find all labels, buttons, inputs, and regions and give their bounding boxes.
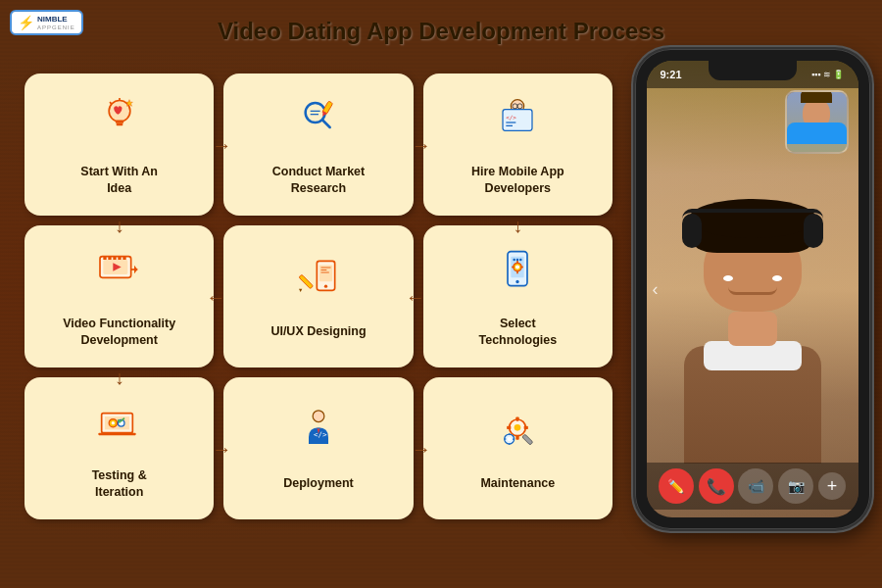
phone-time: 9:21	[661, 69, 682, 80]
svg-point-43	[515, 266, 519, 270]
card-label-ui-ux: UI/UX Designing	[270, 323, 366, 339]
phone-mockup: 9:21 ▪▪▪ ≋ 🔋 ‹ ✏️ 📞	[627, 49, 877, 559]
svg-point-58	[313, 411, 324, 422]
card-icon-video-functionality	[95, 245, 144, 308]
svg-line-4	[110, 102, 112, 104]
phone-emoji-btn[interactable]: ✏️	[659, 468, 694, 504]
arrow-down-4: ↓	[115, 367, 124, 389]
card-icon-deployment: </>	[294, 405, 343, 467]
card-icon-select-technologies	[493, 245, 542, 308]
card-label-video-functionality: Video FunctionalityDevelopment	[63, 316, 175, 348]
svg-rect-24	[103, 257, 106, 260]
phone-more-btn[interactable]: +	[818, 472, 846, 500]
svg-point-55	[111, 421, 114, 424]
card-icon-market-research	[294, 93, 343, 156]
svg-point-41	[516, 280, 519, 283]
phone-back-button[interactable]: ‹	[653, 279, 659, 300]
arrow-left-5: ←	[206, 285, 225, 308]
card-label-select-technologies: SelectTechnologies	[479, 316, 558, 348]
phone-controls: ✏️ 📞 📹 📷 +	[647, 463, 858, 510]
card-market-research: Conduct MarketResearch →	[223, 74, 413, 216]
svg-line-8	[322, 121, 330, 128]
svg-rect-27	[118, 257, 121, 260]
card-label-start-idea: Start With AnIdea	[80, 164, 158, 196]
svg-marker-35	[299, 289, 302, 292]
svg-point-50	[519, 259, 522, 262]
phone-camera-btn[interactable]: 📷	[778, 468, 813, 504]
card-icon-maintenance	[493, 405, 542, 467]
page-title: Video Dating App Development Process	[0, 18, 882, 45]
phone-video-btn[interactable]: 📹	[738, 468, 773, 504]
phone-outer: 9:21 ▪▪▪ ≋ 🔋 ‹ ✏️ 📞	[635, 49, 870, 529]
card-label-testing: Testing &Iteration	[92, 467, 147, 500]
svg-rect-26	[113, 257, 116, 260]
card-icon-ui-ux	[294, 253, 343, 316]
svg-point-69	[508, 437, 512, 441]
card-start-idea: Start With AnIdea → ↓	[24, 74, 214, 216]
card-label-hire-developers: Hire Mobile AppDevelopers	[471, 164, 564, 196]
svg-rect-67	[522, 434, 533, 445]
card-hire-developers: </> Hire Mobile AppDevelopers ↓	[423, 74, 612, 216]
svg-point-62	[514, 424, 521, 431]
card-label-maintenance: Maintenance	[480, 475, 555, 491]
arrow-down-1: ↓	[115, 215, 124, 237]
card-icon-start-idea	[95, 93, 144, 156]
card-icon-testing	[95, 397, 144, 460]
svg-point-49	[516, 259, 519, 262]
card-deployment: </> Deployment →	[223, 377, 413, 519]
arrow-left-6: ←	[406, 285, 425, 308]
svg-point-48	[514, 259, 516, 262]
arrow-down-3: ↓	[513, 215, 522, 237]
svg-rect-25	[108, 257, 111, 260]
arrow-right-7: →	[212, 437, 231, 460]
card-video-functionality: Video FunctionalityDevelopment ↓	[24, 225, 214, 368]
arrow-right-1: →	[212, 133, 231, 156]
phone-video-inset	[785, 90, 849, 154]
svg-rect-2	[116, 123, 122, 125]
card-maintenance: Maintenance	[423, 377, 612, 519]
svg-rect-28	[122, 257, 125, 260]
svg-rect-63	[516, 417, 519, 421]
svg-text:</>: </>	[507, 115, 517, 121]
phone-end-call-btn[interactable]: 📞	[699, 468, 734, 504]
svg-rect-34	[299, 274, 314, 289]
phone-notch	[709, 61, 797, 80]
svg-rect-66	[524, 426, 528, 429]
phone-status-icons: ▪▪▪ ≋ 🔋	[811, 70, 845, 79]
svg-rect-1	[115, 121, 122, 123]
card-icon-hire-developers: </>	[493, 93, 542, 156]
card-label-deployment: Deployment	[283, 475, 354, 491]
svg-rect-64	[516, 436, 519, 440]
process-grid: Start With AnIdea → ↓ Conduct MarketRese…	[15, 64, 622, 529]
phone-screen: 9:21 ▪▪▪ ≋ 🔋 ‹ ✏️ 📞	[647, 61, 858, 517]
svg-rect-65	[507, 426, 511, 429]
card-select-technologies: SelectTechnologies ←	[423, 225, 612, 368]
card-ui-ux: UI/UX Designing ←	[223, 225, 413, 368]
svg-marker-30	[134, 266, 137, 273]
svg-point-33	[324, 285, 327, 288]
card-testing: Testing &Iteration →	[24, 377, 214, 519]
svg-rect-53	[98, 433, 135, 436]
svg-text:</>: </>	[314, 431, 327, 440]
card-label-market-research: Conduct MarketResearch	[272, 164, 365, 196]
arrow-right-2: →	[412, 133, 431, 156]
arrow-right-8: →	[412, 437, 431, 460]
